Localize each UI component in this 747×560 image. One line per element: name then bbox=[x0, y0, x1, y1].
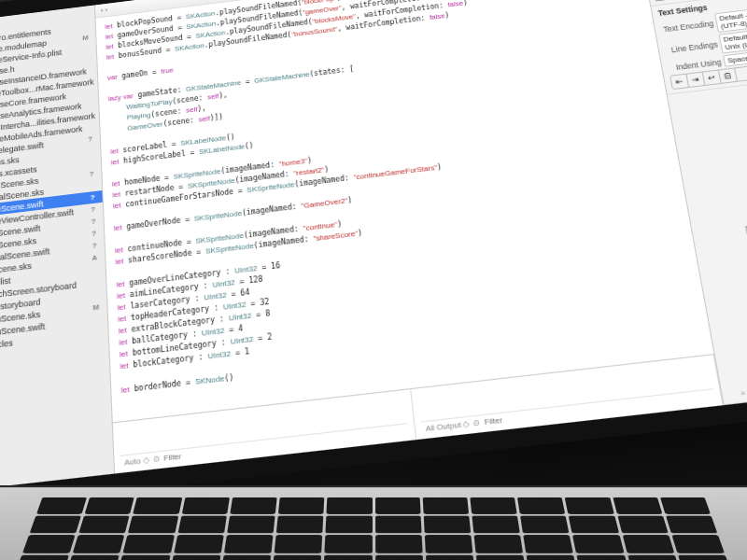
scm-badge: M bbox=[82, 34, 92, 42]
source-editor[interactable]: let blockPopSound = SKAction.playSoundFi… bbox=[95, 0, 713, 422]
console-scope[interactable]: All Output ◇ bbox=[425, 419, 470, 433]
scm-badge: ? bbox=[92, 217, 100, 226]
scm-badge: ? bbox=[91, 192, 99, 202]
nav-chevrons[interactable]: ‹ › bbox=[101, 6, 108, 14]
scm-badge: ? bbox=[88, 134, 96, 144]
encoding-label: Text Encoding bbox=[660, 19, 714, 34]
scm-badge: M bbox=[92, 302, 103, 313]
scm-badge: ? bbox=[90, 169, 98, 178]
filter-icon: ⊙ bbox=[152, 454, 160, 464]
variables-auto[interactable]: Auto ◇ bbox=[124, 455, 149, 468]
scm-badge: A bbox=[92, 253, 101, 262]
laptop-keyboard bbox=[0, 485, 747, 560]
checkbox-icon[interactable]: ✓ bbox=[655, 0, 666, 1]
xcode-window: BallZero ▫BallZero.entitlements▫module.m… bbox=[0, 0, 747, 514]
scm-badge: ? bbox=[92, 229, 100, 238]
lineendings-label: Line Endings bbox=[664, 40, 718, 55]
scm-badge: ? bbox=[91, 204, 99, 214]
file-label: Particles bbox=[0, 338, 13, 352]
scm-badge: ? bbox=[92, 241, 101, 250]
editor-area: ‹ › let blockPopSound = SKAction.playSou… bbox=[95, 0, 724, 473]
filter-icon: ⊙ bbox=[472, 418, 481, 428]
fold-icon[interactable]: ⊟ bbox=[719, 68, 738, 82]
file-template-icon[interactable]: ▫ bbox=[740, 387, 746, 399]
